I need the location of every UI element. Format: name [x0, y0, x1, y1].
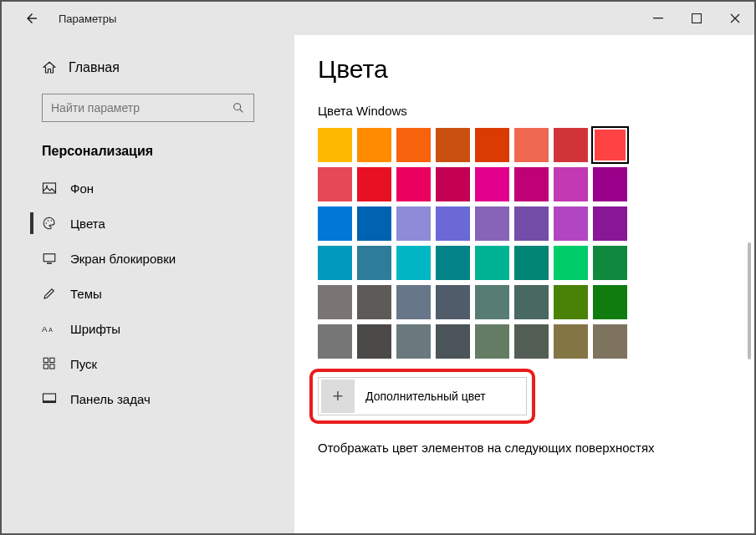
arrow-left-icon	[24, 11, 39, 26]
color-swatch[interactable]	[357, 285, 391, 319]
color-swatch[interactable]	[475, 167, 509, 201]
color-swatch[interactable]	[436, 167, 470, 201]
sidebar: Главная Персонализация Фон Цвета Экран б	[2, 35, 294, 533]
window-title: Параметры	[59, 13, 116, 25]
color-swatch[interactable]	[318, 246, 352, 280]
color-swatch[interactable]	[318, 128, 352, 162]
color-swatch[interactable]	[593, 246, 627, 280]
color-swatch[interactable]	[475, 324, 509, 359]
back-button[interactable]	[20, 7, 43, 30]
color-swatch[interactable]	[593, 167, 627, 201]
color-swatch[interactable]	[436, 246, 470, 280]
svg-rect-17	[43, 400, 56, 402]
nav-label: Экран блокировки	[70, 252, 176, 266]
color-swatch[interactable]	[318, 285, 352, 319]
color-swatch[interactable]	[396, 246, 431, 280]
color-swatch[interactable]	[357, 167, 391, 201]
color-swatch[interactable]	[554, 285, 588, 319]
scrollbar-thumb[interactable]	[748, 242, 751, 359]
color-swatch[interactable]	[593, 206, 627, 241]
swatch-row	[318, 285, 754, 319]
color-swatch[interactable]	[357, 206, 391, 241]
swatch-row	[318, 246, 754, 280]
svg-point-5	[46, 222, 48, 224]
svg-text:A: A	[49, 327, 53, 333]
custom-color-button[interactable]: + Дополнительный цвет	[318, 377, 527, 415]
search-box[interactable]	[42, 94, 254, 122]
settings-window: Параметры Главная Персонализация Фон	[0, 0, 756, 535]
nav-item-colors[interactable]: Цвета	[2, 206, 294, 241]
color-swatch[interactable]	[318, 324, 352, 359]
color-swatch[interactable]	[396, 324, 431, 359]
color-swatch[interactable]	[475, 246, 509, 280]
color-swatch[interactable]	[396, 128, 431, 162]
color-swatch[interactable]	[475, 128, 509, 162]
search-input[interactable]	[51, 101, 232, 115]
picture-icon	[42, 181, 57, 196]
color-swatch[interactable]	[514, 128, 549, 162]
color-swatch[interactable]	[593, 324, 627, 359]
content-area: Главная Персонализация Фон Цвета Экран б	[2, 35, 754, 533]
palette-icon	[42, 216, 57, 231]
maximize-button[interactable]	[677, 2, 716, 35]
home-label: Главная	[69, 60, 120, 75]
color-swatch[interactable]	[357, 246, 391, 280]
color-swatch[interactable]	[357, 324, 391, 359]
nav-list: Фон Цвета Экран блокировки Темы AA Шрифт…	[2, 171, 294, 416]
color-swatch[interactable]	[514, 206, 549, 241]
color-swatch[interactable]	[593, 285, 627, 319]
color-swatch[interactable]	[318, 167, 352, 201]
svg-point-2	[234, 104, 241, 110]
scrollbar[interactable]	[748, 75, 753, 530]
color-swatch[interactable]	[514, 167, 549, 201]
color-swatch[interactable]	[396, 285, 431, 319]
color-swatch[interactable]	[593, 128, 627, 162]
color-swatch[interactable]	[436, 285, 470, 319]
color-swatch[interactable]	[554, 206, 588, 241]
swatch-heading: Цвета Windows	[318, 104, 754, 118]
color-swatch[interactable]	[514, 246, 549, 280]
nav-item-taskbar[interactable]: Панель задач	[2, 381, 294, 416]
home-link[interactable]: Главная	[2, 55, 294, 80]
minimize-button[interactable]	[639, 2, 677, 35]
color-swatch[interactable]	[357, 128, 391, 162]
color-swatch[interactable]	[318, 206, 352, 241]
svg-point-7	[51, 220, 53, 222]
main-panel: Цвета Цвета Windows + Дополнительный цве…	[294, 35, 754, 533]
color-swatch[interactable]	[436, 206, 470, 241]
color-swatch[interactable]	[554, 128, 588, 162]
nav-item-background[interactable]: Фон	[2, 171, 294, 206]
nav-label: Цвета	[70, 217, 105, 231]
custom-color-label: Дополнительный цвет	[365, 390, 486, 403]
color-swatch[interactable]	[514, 285, 549, 319]
home-icon	[42, 60, 57, 75]
nav-item-lockscreen[interactable]: Экран блокировки	[2, 241, 294, 276]
color-swatch[interactable]	[436, 128, 470, 162]
color-swatch[interactable]	[554, 167, 588, 201]
close-button[interactable]	[716, 2, 754, 35]
color-swatch[interactable]	[436, 324, 470, 359]
svg-text:A: A	[42, 324, 48, 334]
nav-item-themes[interactable]: Темы	[2, 276, 294, 311]
svg-rect-15	[50, 364, 54, 369]
nav-label: Фон	[70, 181, 94, 196]
color-swatch[interactable]	[514, 324, 549, 359]
plus-icon: +	[321, 380, 355, 413]
minimize-icon	[653, 13, 663, 23]
brush-icon	[42, 286, 57, 301]
color-swatch[interactable]	[475, 206, 509, 241]
svg-rect-8	[43, 254, 55, 262]
font-icon: AA	[42, 321, 57, 336]
color-swatch[interactable]	[396, 167, 431, 201]
color-swatch[interactable]	[554, 324, 588, 359]
svg-rect-12	[43, 358, 48, 362]
color-swatch[interactable]	[554, 246, 588, 280]
titlebar: Параметры	[2, 2, 754, 35]
nav-item-fonts[interactable]: AA Шрифты	[2, 311, 294, 346]
nav-item-start[interactable]: Пуск	[2, 346, 294, 381]
color-swatch[interactable]	[475, 285, 509, 319]
svg-rect-14	[43, 364, 48, 369]
color-swatch[interactable]	[396, 206, 431, 241]
swatch-row	[318, 167, 754, 201]
svg-rect-13	[50, 358, 54, 362]
